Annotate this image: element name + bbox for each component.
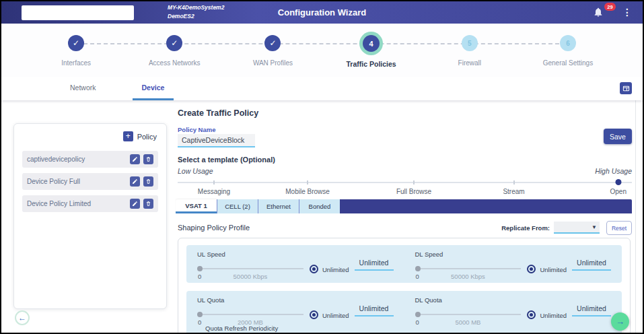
delete-policy-icon[interactable] bbox=[143, 154, 153, 164]
slider-tick bbox=[213, 180, 215, 185]
template-option-messaging[interactable]: Messaging bbox=[198, 188, 230, 195]
replicate-from-dropdown[interactable]: ▼ bbox=[554, 222, 600, 234]
policy-list-item[interactable]: Device Policy Limited bbox=[22, 195, 158, 212]
template-heading: Select a template (Optional) bbox=[178, 156, 275, 164]
step-interfaces[interactable]: ✓ Interfaces bbox=[27, 24, 125, 68]
step-firewall[interactable]: 5 Firewall bbox=[421, 24, 519, 68]
reset-button[interactable]: Reset bbox=[606, 221, 632, 235]
quota-refresh-label: Quota Refresh Periodicity bbox=[205, 325, 278, 332]
dl-quota-label: DL Quota bbox=[415, 296, 612, 304]
template-slider[interactable] bbox=[178, 182, 632, 183]
section-title: Create Traffic Policy bbox=[178, 108, 258, 118]
chevron-down-icon: ▼ bbox=[592, 224, 597, 230]
wizard-stepper: ✓ Interfaces ✓ Access Networks ✓ WAN Pro… bbox=[1, 24, 643, 77]
delete-policy-icon[interactable] bbox=[143, 176, 153, 187]
view-tabbar: Network Device bbox=[1, 77, 643, 100]
dl-speed-slider[interactable]: 0 50000 Kbps bbox=[415, 264, 522, 280]
policy-list-panel: + Policy captivedevicepolicy Device Poli… bbox=[13, 123, 167, 309]
slider-max: 5000 MB bbox=[415, 319, 522, 326]
app-header: MY-K4DemoSystem2 DemoES2 Configuration W… bbox=[1, 1, 643, 24]
slider-max: 50000 Kbps bbox=[415, 273, 522, 280]
dl-speed-control: DL Speed 0 50000 Kbps Unlimited Unlimite… bbox=[404, 245, 622, 283]
template-option-mobile-browse[interactable]: Mobile Browse bbox=[285, 188, 330, 195]
profile-tabs-filler bbox=[340, 199, 632, 213]
next-button[interactable]: → bbox=[611, 312, 629, 331]
check-icon: ✓ bbox=[166, 35, 182, 51]
app-window: MY-K4DemoSystem2 DemoES2 Configuration W… bbox=[0, 0, 644, 334]
policy-name-label: Policy Name bbox=[178, 126, 216, 133]
policy-list-item[interactable]: Device Policy Full bbox=[22, 173, 158, 190]
save-button[interactable]: Save bbox=[604, 129, 632, 144]
template-option-full-browse[interactable]: Full Browse bbox=[396, 188, 431, 195]
back-button[interactable]: ← bbox=[15, 310, 30, 325]
unlimited-radio[interactable] bbox=[527, 310, 536, 319]
policy-name: Device Policy Full bbox=[27, 178, 127, 185]
policy-name: Device Policy Limited bbox=[27, 200, 127, 207]
tab-cell[interactable]: CELL (2) bbox=[217, 199, 258, 213]
back-arrow-icon: ← bbox=[18, 313, 26, 323]
unlimited-radio[interactable] bbox=[310, 265, 318, 273]
shaping-profile-heading: Shaping Policy Profile bbox=[178, 224, 250, 232]
unlimited-radio[interactable] bbox=[527, 265, 536, 273]
policy-name-input[interactable] bbox=[178, 134, 255, 147]
unlimited-radio-label: Unlimited bbox=[322, 312, 349, 319]
check-icon: ✓ bbox=[68, 35, 84, 51]
replicate-from-label: Replicate From: bbox=[501, 224, 550, 232]
delete-policy-icon[interactable] bbox=[143, 199, 153, 209]
high-usage-label: High Usage bbox=[595, 167, 632, 175]
ul-quota-value-field[interactable]: Unlimited bbox=[355, 304, 394, 316]
panel-window-icon[interactable] bbox=[620, 82, 632, 94]
template-option-stream[interactable]: Stream bbox=[503, 188, 524, 195]
slider-handle[interactable] bbox=[197, 266, 203, 271]
ul-quota-slider[interactable]: 0 2000 MB bbox=[197, 310, 303, 326]
slider-handle[interactable] bbox=[415, 266, 421, 271]
ul-speed-slider[interactable]: 0 50000 Kbps bbox=[197, 264, 303, 280]
profile-tabs: VSAT 1 CELL (2) Ethernet Bonded bbox=[176, 199, 632, 213]
step-general-settings[interactable]: 6 General Settings bbox=[519, 24, 617, 68]
slider-handle[interactable] bbox=[415, 312, 421, 317]
ul-speed-value-field[interactable]: Unlimited bbox=[355, 259, 394, 271]
check-icon: ✓ bbox=[264, 35, 281, 51]
shaping-profile-container: UL Speed 0 50000 Kbps Unlimited Unlimite… bbox=[178, 238, 631, 334]
dl-quota-value-field[interactable]: Unlimited bbox=[572, 304, 611, 316]
add-policy-icon[interactable]: + bbox=[123, 131, 133, 141]
dl-quota-control: DL Quota 0 5000 MB Unlimited Unlimited bbox=[404, 291, 622, 334]
edit-policy-icon[interactable] bbox=[130, 199, 140, 209]
add-policy-button[interactable]: Policy bbox=[137, 133, 157, 141]
step-wan-profiles[interactable]: ✓ WAN Profiles bbox=[223, 24, 322, 68]
step-label: Traffic Policies bbox=[347, 60, 396, 68]
step-label: General Settings bbox=[543, 59, 594, 67]
slider-max: 50000 Kbps bbox=[197, 273, 303, 280]
unlimited-radio-label: Unlimited bbox=[540, 312, 567, 319]
notifications-bell-icon[interactable] bbox=[593, 7, 605, 19]
step-traffic-policies[interactable]: 4 Traffic Policies bbox=[322, 24, 421, 68]
step-label: Firewall bbox=[458, 59, 481, 67]
dl-speed-value-field[interactable]: Unlimited bbox=[572, 259, 611, 271]
page-title: Configuration Wizard bbox=[1, 7, 643, 18]
dl-quota-slider[interactable]: 0 5000 MB bbox=[415, 310, 522, 326]
unlimited-radio-label: Unlimited bbox=[540, 266, 567, 273]
kebab-menu-icon[interactable]: ⋮ bbox=[622, 6, 632, 18]
tab-vsat-1[interactable]: VSAT 1 bbox=[176, 199, 217, 213]
edit-policy-icon[interactable] bbox=[130, 176, 140, 187]
template-option-open[interactable]: Open bbox=[610, 188, 627, 195]
step-number: 4 bbox=[363, 35, 380, 52]
low-usage-label: Low Usage bbox=[178, 167, 213, 175]
ul-speed-control: UL Speed 0 50000 Kbps Unlimited Unlimite… bbox=[186, 245, 404, 283]
policy-list-item[interactable]: captivedevicepolicy bbox=[22, 151, 158, 168]
tab-network[interactable]: Network bbox=[61, 77, 106, 100]
ul-quota-label: UL Quota bbox=[197, 296, 394, 304]
ul-speed-label: UL Speed bbox=[197, 250, 394, 258]
tab-ethernet[interactable]: Ethernet bbox=[258, 199, 299, 213]
step-number: 6 bbox=[560, 35, 576, 51]
tab-device[interactable]: Device bbox=[133, 77, 174, 100]
step-access-networks[interactable]: ✓ Access Networks bbox=[125, 24, 223, 68]
slider-handle[interactable] bbox=[197, 312, 203, 317]
scrollbar-gutter[interactable] bbox=[635, 100, 643, 333]
edit-policy-icon[interactable] bbox=[130, 154, 140, 164]
step-label: Interfaces bbox=[61, 59, 91, 67]
template-slider-handle[interactable] bbox=[615, 179, 621, 185]
unlimited-radio[interactable] bbox=[310, 310, 318, 319]
tab-bonded[interactable]: Bonded bbox=[299, 199, 340, 213]
main-panel: Create Traffic Policy Policy Name Save S… bbox=[178, 100, 632, 333]
